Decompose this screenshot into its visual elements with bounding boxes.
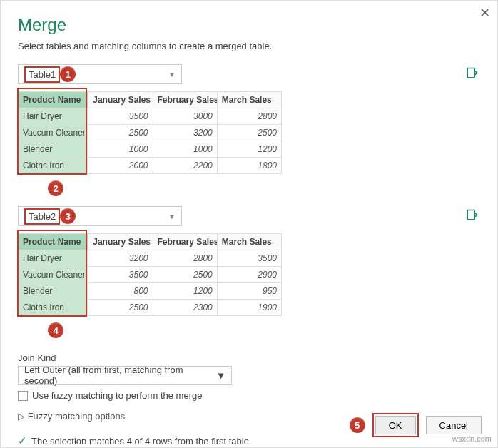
table-row: Blender100010001200 <box>19 141 282 158</box>
checkmark-icon: ✓ <box>18 434 27 447</box>
table-row: Cloths Iron250023001900 <box>19 300 282 316</box>
table-header-row: Product Name January Sales February Sale… <box>19 234 282 250</box>
col-march[interactable]: March Sales <box>217 234 281 250</box>
join-kind-dropdown[interactable]: Left Outer (all from first, matching fro… <box>18 366 232 385</box>
callout-1: 1 <box>60 66 76 82</box>
status-text: The selection matches 4 of 4 rows from t… <box>31 436 252 447</box>
join-kind-label: Join Kind <box>18 352 480 363</box>
table2-selected: Table2 <box>24 208 60 225</box>
fuzzy-expander-label: Fuzzy matching options <box>28 411 126 422</box>
chevron-right-icon: ▷ <box>18 411 25 422</box>
watermark: wsxdn.com <box>452 434 492 443</box>
col-product-name[interactable]: Product Name <box>19 92 88 108</box>
table1-selected: Table1 <box>24 66 60 83</box>
table-row: Vaccum Cleaner250032002500 <box>19 125 282 141</box>
table-row: Cloths Iron200022001800 <box>19 158 282 174</box>
col-january[interactable]: January Sales <box>88 92 153 108</box>
dialog-title: Merge <box>18 15 480 35</box>
callout-2: 2 <box>48 180 63 196</box>
table1-dropdown[interactable]: Table1 1 ▼ <box>18 64 182 84</box>
table-row: Blender8001200950 <box>19 283 282 300</box>
fuzzy-label: Use fuzzy matching to perform the merge <box>32 390 202 401</box>
col-march[interactable]: March Sales <box>217 92 281 108</box>
chevron-down-icon: ▼ <box>168 71 176 78</box>
table-header-row: Product Name January Sales February Sale… <box>19 92 282 108</box>
table1-grid[interactable]: Product Name January Sales February Sale… <box>18 91 282 174</box>
close-icon[interactable]: ✕ <box>479 5 490 21</box>
col-product-name[interactable]: Product Name <box>19 234 88 250</box>
svg-rect-1 <box>467 210 474 220</box>
ok-button-highlight: OK <box>372 413 419 437</box>
table2-dropdown[interactable]: Table2 3 ▼ <box>18 206 182 226</box>
table-row: Hair Dryer350030002800 <box>19 108 282 125</box>
svg-rect-0 <box>467 68 474 78</box>
callout-5: 5 <box>350 417 365 433</box>
ok-button[interactable]: OK <box>375 416 416 434</box>
col-february[interactable]: February Sales <box>153 234 217 250</box>
fuzzy-checkbox[interactable] <box>18 391 28 401</box>
join-kind-selected: Left Outer (all from first, matching fro… <box>24 365 216 386</box>
col-january[interactable]: January Sales <box>88 234 153 250</box>
chevron-down-icon: ▼ <box>216 370 225 381</box>
dialog-subtitle: Select tables and matching columns to cr… <box>18 41 480 51</box>
cancel-button[interactable]: Cancel <box>426 416 482 434</box>
col-february[interactable]: February Sales <box>153 92 217 108</box>
table2-grid[interactable]: Product Name January Sales February Sale… <box>18 233 282 316</box>
callout-3: 3 <box>60 208 76 224</box>
chevron-down-icon: ▼ <box>168 213 176 220</box>
refresh-icon[interactable] <box>464 66 480 82</box>
refresh-icon[interactable] <box>464 208 480 224</box>
table-row: Hair Dryer320028003500 <box>19 250 282 267</box>
table-row: Vaccum Cleaner350025002900 <box>19 267 282 283</box>
callout-4: 4 <box>48 322 63 338</box>
